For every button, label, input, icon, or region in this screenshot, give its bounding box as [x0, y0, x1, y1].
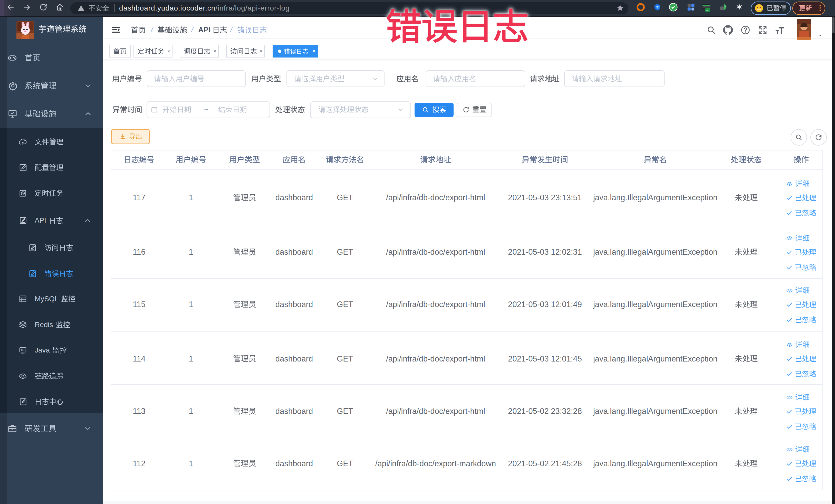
svg-text:on: on — [707, 9, 709, 12]
